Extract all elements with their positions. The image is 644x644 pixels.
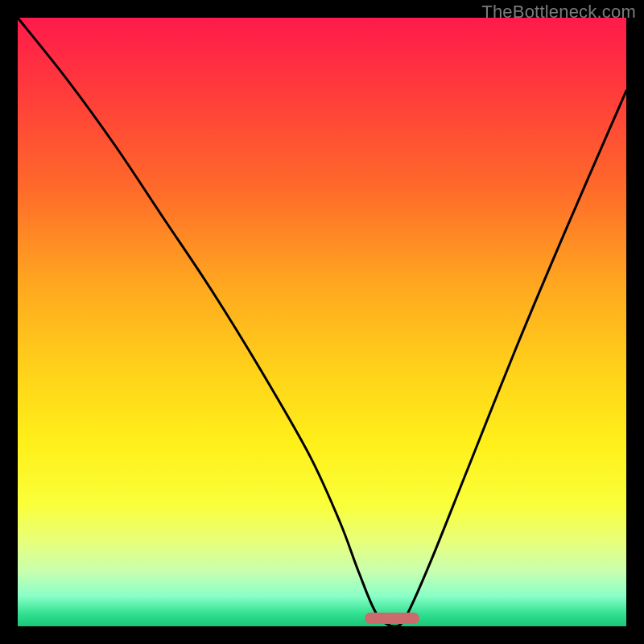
- optimal-range-marker: [365, 613, 419, 624]
- bottleneck-curve: [18, 18, 626, 626]
- curve-layer: [18, 18, 626, 626]
- chart-frame: TheBottleneck.com: [0, 0, 644, 644]
- plot-area: [18, 18, 626, 626]
- watermark-text: TheBottleneck.com: [481, 2, 636, 23]
